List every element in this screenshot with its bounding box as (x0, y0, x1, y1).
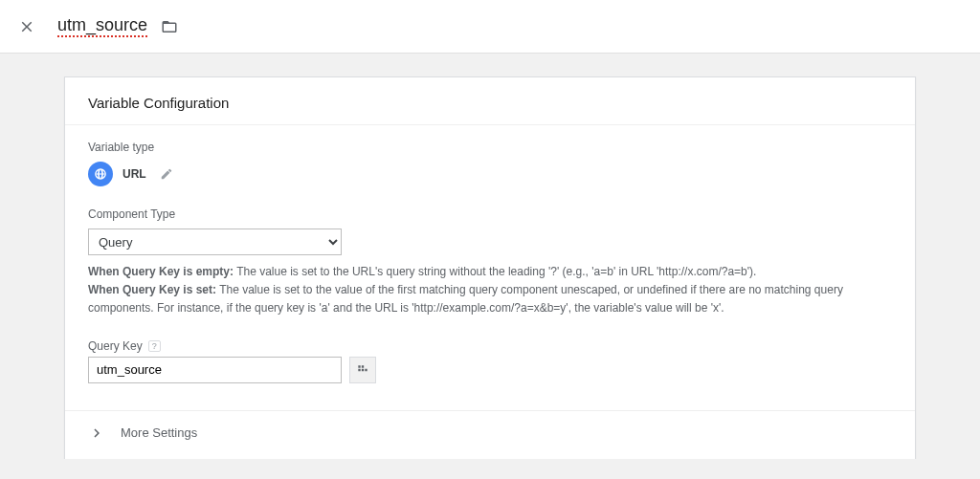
component-help-text: When Query Key is empty: The value is se… (88, 263, 892, 318)
query-key-input[interactable] (88, 357, 342, 383)
component-type-select[interactable]: Query (88, 229, 342, 255)
card-heading: Variable Configuration (65, 77, 915, 125)
query-key-help-icon[interactable]: ? (148, 340, 161, 352)
globe-icon (94, 167, 107, 181)
close-icon (18, 18, 35, 35)
edit-icon[interactable] (160, 167, 173, 181)
url-type-icon (88, 162, 113, 186)
more-settings-label: More Settings (121, 425, 197, 440)
help-set-label: When Query Key is set: (88, 283, 216, 296)
query-key-label: Query Key (88, 339, 143, 353)
building-blocks-icon (356, 363, 369, 377)
page-title[interactable]: utm_source (57, 15, 147, 37)
help-empty-label: When Query Key is empty: (88, 265, 234, 278)
variable-config-card: Variable Configuration Variable type URL… (64, 76, 916, 459)
variable-picker-button[interactable] (349, 357, 376, 383)
topbar: utm_source (0, 0, 980, 54)
chevron-right-icon (88, 425, 105, 442)
variable-type-row[interactable]: URL (88, 162, 892, 186)
folder-icon[interactable] (161, 18, 178, 35)
close-button[interactable] (8, 8, 46, 46)
component-type-label: Component Type (88, 207, 892, 221)
variable-type-name: URL (122, 167, 146, 181)
more-settings-toggle[interactable]: More Settings (65, 411, 915, 459)
variable-type-label: Variable type (88, 141, 892, 154)
help-empty-text: The value is set to the URL's query stri… (234, 265, 756, 278)
